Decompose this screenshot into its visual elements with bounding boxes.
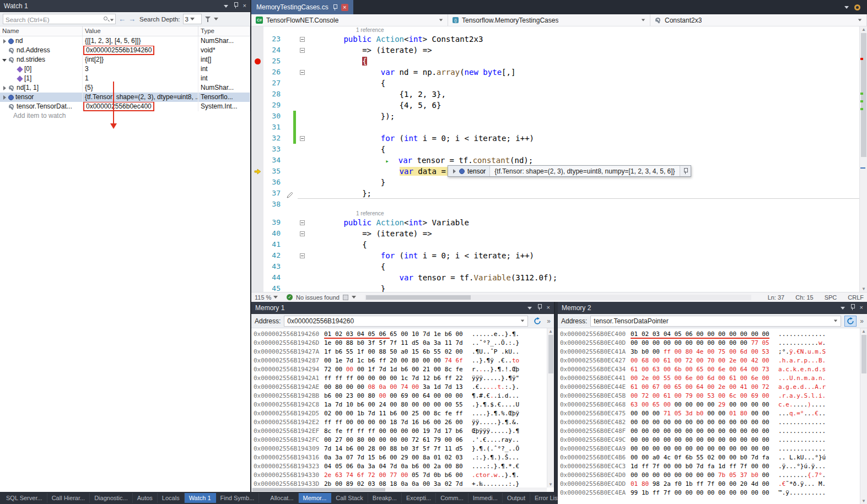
- glyph-margin[interactable]: [251, 155, 263, 166]
- tool-window-tab[interactable]: Error List: [530, 493, 558, 503]
- window-list-chevron-icon[interactable]: [844, 4, 849, 10]
- breakpoint-icon[interactable]: [251, 56, 263, 67]
- column-header-type[interactable]: Type: [198, 26, 250, 36]
- search-icon[interactable]: [104, 17, 107, 20]
- tool-window-tab[interactable]: Immedi...: [468, 493, 503, 503]
- codelens-references[interactable]: 1 reference: [263, 26, 384, 34]
- scrollbar-thumb[interactable]: [548, 335, 553, 373]
- add-watch-item-row[interactable]: Add item to watch: [0, 111, 250, 121]
- glyph-margin[interactable]: [251, 199, 263, 210]
- glyph-margin[interactable]: [251, 261, 263, 272]
- project-dropdown[interactable]: C# TensorFlowNET.Console: [251, 14, 448, 26]
- scrollbar-thumb[interactable]: [366, 295, 471, 300]
- memory-row[interactable]: 0x000002556B1942A1ff ff ff 00 00 00 00 1…: [254, 374, 554, 383]
- memory-row[interactable]: 0x000002556B0EC4B600 00 a0 4c 0f 6b 55 0…: [560, 453, 867, 462]
- memory-row[interactable]: 0x000002556B0EC48F00 00 00 00 00 00 00 0…: [560, 427, 867, 436]
- code-line[interactable]: 28 {1, 2, 3},: [251, 89, 859, 100]
- code-line[interactable]: 41 {: [251, 239, 859, 250]
- memory-row[interactable]: 0x000002556B19429472 00 00 00 1f 7d 1d b…: [254, 365, 554, 374]
- memory-row[interactable]: 0x000002556B19426D1e 00 88 b0 3f 5f 7f 1…: [254, 339, 554, 348]
- scroll-down-icon[interactable]: ▼: [860, 498, 867, 503]
- code-line[interactable]: 24 => (iterate) =>: [251, 45, 859, 56]
- code-line[interactable]: 44 var tensor = tf.Variable(3112.0f);: [251, 272, 859, 283]
- fold-collapse-icon[interactable]: [300, 48, 305, 53]
- tool-window-tab[interactable]: Excepti...: [402, 493, 436, 503]
- code-line[interactable]: 34 ▸ var tensor = tf.constant(nd);: [251, 155, 859, 166]
- memory-row[interactable]: 0x000002556B1943160a 3a 07 7d 15 b6 00 2…: [254, 453, 554, 462]
- tool-window-tab[interactable]: Diagnostic...: [90, 493, 133, 503]
- memory-row[interactable]: 0x000002556B1942FC00 27 00 80 00 00 00 0…: [254, 436, 554, 445]
- memory-row[interactable]: 0x000002556B0EC44E61 00 67 00 65 00 64 0…: [560, 383, 867, 392]
- memory-row[interactable]: 0x000002556B0EC43461 00 63 00 6b 00 65 0…: [560, 365, 867, 374]
- close-icon[interactable]: ×: [860, 305, 863, 311]
- memory-row[interactable]: 0x000002556B0EC4EA99 1b ff 7f 00 00 00 0…: [560, 489, 867, 497]
- tool-window-tab[interactable]: Comm...: [436, 493, 468, 503]
- tool-window-tab[interactable]: Call Stack: [331, 493, 368, 503]
- gear-icon[interactable]: [854, 4, 860, 10]
- current-statement-icon[interactable]: [251, 166, 263, 177]
- glyph-margin[interactable]: [251, 250, 263, 261]
- tool-window-tab[interactable]: Autos: [133, 493, 158, 503]
- tool-window-tab[interactable]: SQL Server...: [2, 493, 47, 503]
- memory-row[interactable]: 0x000002556B1942BBb6 00 23 00 80 00 00 6…: [254, 392, 554, 400]
- watch-row[interactable]: tensor.TensorDat...0x000002556b0ec400Sys…: [0, 102, 250, 111]
- glyph-margin[interactable]: [251, 228, 263, 239]
- code-line[interactable]: 39 public Action<int> Variable: [251, 217, 859, 228]
- code-line[interactable]: 36 }: [251, 177, 859, 188]
- fold-collapse-icon[interactable]: [300, 37, 305, 42]
- memory-row[interactable]: 0x000002556B19426001 02 03 04 05 06 65 0…: [254, 330, 554, 339]
- pin-icon[interactable]: [537, 304, 542, 311]
- pin-icon[interactable]: [850, 304, 855, 311]
- column-header-name[interactable]: Name: [0, 26, 83, 36]
- code-line[interactable]: 32 for (int i = 0; i < iterate; i++): [251, 133, 859, 144]
- pin-icon[interactable]: [233, 2, 238, 9]
- scroll-up-icon[interactable]: ▲: [860, 329, 867, 334]
- chevron-down-icon[interactable]: [352, 296, 356, 299]
- window-menu-icon[interactable]: [224, 3, 228, 9]
- memory-row[interactable]: 0x000002556B19433D2b 00 89 02 03 08 18 0…: [254, 480, 554, 487]
- fold-collapse-icon[interactable]: [300, 253, 305, 258]
- fold-collapse-icon[interactable]: [300, 231, 305, 236]
- watch-row[interactable]: nd.Address0x000002556b194260void*: [0, 46, 250, 55]
- code-line[interactable]: 25 {: [251, 56, 859, 67]
- code-line[interactable]: 29 {4, 5, 6}: [251, 100, 859, 111]
- glyph-margin[interactable]: [251, 144, 263, 155]
- memory-row[interactable]: 0x000002556B0EC45B00 72 00 61 00 79 00 5…: [560, 392, 867, 400]
- watch-title-bar[interactable]: Watch 1 ×: [0, 0, 250, 12]
- code-line[interactable]: 38: [251, 199, 859, 210]
- scroll-down-icon[interactable]: ▼: [547, 482, 554, 487]
- glyph-margin[interactable]: [251, 133, 263, 144]
- memory-row[interactable]: 0x000002556B0EC40001 02 03 04 05 06 00 0…: [560, 330, 867, 339]
- memory1-title-bar[interactable]: Memory 1 ×: [251, 302, 554, 314]
- memory2-title-bar[interactable]: Memory 2 ×: [558, 302, 867, 314]
- memory-row[interactable]: 0x000002556B19432304 05 06 0a 3a 04 7d 0…: [254, 462, 554, 471]
- toolbar-overflow-icon[interactable]: »: [547, 317, 551, 325]
- glyph-margin[interactable]: [251, 217, 263, 228]
- memory-row[interactable]: 0x000002556B0EC42700 68 00 61 00 72 00 7…: [560, 356, 867, 365]
- memory-row[interactable]: 0x000002556B1942D502 00 00 1b 7d 11 b6 0…: [254, 409, 554, 418]
- fold-collapse-icon[interactable]: [300, 220, 305, 225]
- memory-row[interactable]: 0x000002556B19427A1f b6 55 1f 00 88 50 a…: [254, 348, 554, 356]
- glyph-margin[interactable]: [251, 45, 263, 56]
- code-line[interactable]: 31: [251, 122, 859, 133]
- tool-window-tab[interactable]: Output: [503, 493, 530, 503]
- memory-row[interactable]: 0x000002556B0EC4D000 00 00 00 00 00 00 0…: [560, 471, 867, 480]
- code-line[interactable]: 26 var nd = np.array(new byte[,]: [251, 67, 859, 78]
- memory-row[interactable]: 0x000002556B0EC44100 2e 00 55 00 6e 00 6…: [560, 374, 867, 383]
- pin-icon[interactable]: [680, 166, 691, 176]
- code-line[interactable]: 45 }: [251, 283, 859, 292]
- search-depth-select[interactable]: 3: [183, 14, 202, 24]
- code-line[interactable]: 43 {: [251, 261, 859, 272]
- glyph-margin[interactable]: [251, 283, 263, 292]
- glyph-margin[interactable]: [251, 89, 263, 100]
- close-icon[interactable]: ×: [547, 305, 550, 311]
- close-icon[interactable]: ×: [243, 3, 246, 9]
- fold-collapse-icon[interactable]: [300, 136, 305, 141]
- pin-icon[interactable]: [332, 4, 337, 10]
- watch-row[interactable]: tensor{tf.Tensor: shape=(2, 3), dtype=ui…: [0, 93, 250, 102]
- memory-row[interactable]: 0x000002556B0EC41A3b b0 00 ff 00 80 4e 0…: [560, 348, 867, 356]
- memory-row[interactable]: 0x000002556B1942AE00 80 00 00 08 0a 00 7…: [254, 383, 554, 392]
- scrollbar-thumb[interactable]: [861, 33, 866, 157]
- glyph-margin[interactable]: [251, 188, 263, 199]
- glyph-margin[interactable]: [251, 100, 263, 111]
